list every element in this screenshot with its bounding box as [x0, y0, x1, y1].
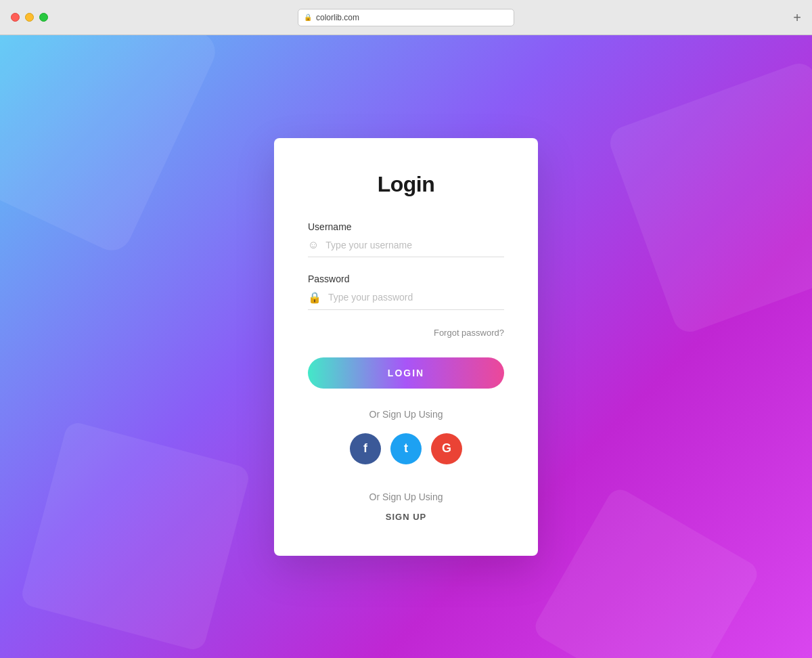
traffic-lights	[11, 13, 48, 22]
new-tab-button[interactable]: +	[793, 11, 801, 24]
twitter-icon: t	[404, 441, 408, 456]
decorative-shape-2	[20, 420, 252, 653]
decorative-shape-1	[0, 35, 222, 257]
facebook-icon: f	[363, 441, 367, 456]
decorative-shape-3	[606, 59, 812, 336]
username-group: Username ☺	[308, 221, 504, 257]
or-signup-label: Or Sign Up Using	[308, 409, 504, 420]
login-card: Login Username ☺ Password 🔒 Forgot passw…	[274, 138, 538, 556]
signup-link-wrapper: SIGN UP	[308, 512, 504, 522]
signup-link[interactable]: SIGN UP	[386, 512, 426, 522]
username-input-wrapper: ☺	[308, 239, 504, 257]
minimize-button[interactable]	[25, 13, 34, 22]
password-label: Password	[308, 273, 504, 284]
username-input[interactable]	[325, 240, 504, 250]
google-button[interactable]: G	[431, 433, 462, 464]
close-button[interactable]	[11, 13, 20, 22]
twitter-button[interactable]: t	[390, 433, 422, 464]
login-title: Login	[308, 172, 504, 197]
social-buttons: f t G	[308, 433, 504, 464]
main-content: Login Username ☺ Password 🔒 Forgot passw…	[0, 35, 812, 658]
lock-field-icon: 🔒	[308, 291, 321, 304]
password-group: Password 🔒	[308, 273, 504, 310]
address-bar[interactable]: 🔒 colorlib.com	[298, 9, 514, 26]
login-button[interactable]: LOGIN	[308, 357, 504, 389]
username-label: Username	[308, 221, 504, 232]
password-input-wrapper: 🔒	[308, 291, 504, 310]
lock-icon: 🔒	[304, 14, 312, 21]
maximize-button[interactable]	[39, 13, 48, 22]
or-signup-bottom-label: Or Sign Up Using	[308, 491, 504, 502]
facebook-button[interactable]: f	[350, 433, 381, 464]
google-icon: G	[442, 441, 451, 456]
browser-chrome: 🔒 colorlib.com +	[0, 0, 812, 35]
forgot-password-wrapper: Forgot password?	[308, 326, 504, 338]
user-icon: ☺	[308, 239, 319, 251]
decorative-shape-4	[531, 485, 762, 658]
forgot-password-link[interactable]: Forgot password?	[434, 328, 504, 338]
password-input[interactable]	[328, 292, 504, 303]
url-text: colorlib.com	[316, 13, 359, 22]
